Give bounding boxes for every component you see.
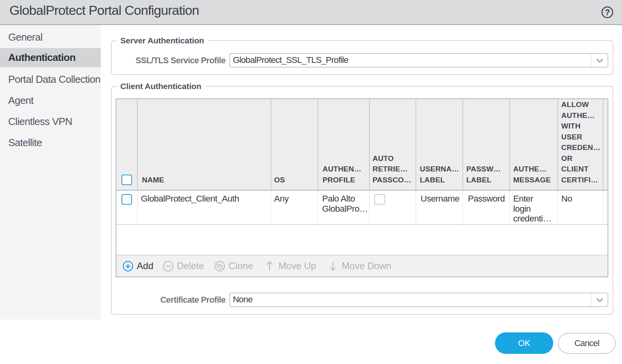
svg-text:?: ? xyxy=(605,8,610,17)
